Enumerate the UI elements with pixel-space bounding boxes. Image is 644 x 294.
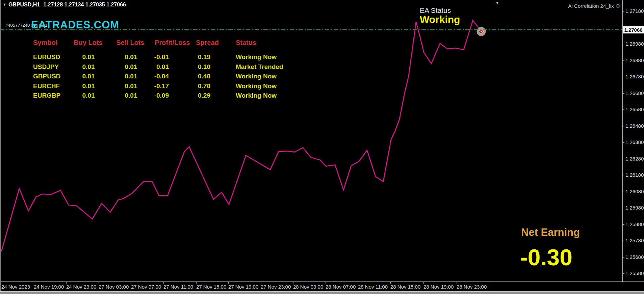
price-axis[interactable]: 1.271801.270801.269801.268801.267801.266… <box>623 0 644 281</box>
cell-3: -0.01 <box>145 53 169 61</box>
time-tick-mark <box>423 282 424 284</box>
cell-0: USDJPY <box>33 63 63 71</box>
time-tick-label: 28 Nov 07:00 <box>326 284 356 290</box>
time-tick-mark <box>66 282 67 284</box>
price-tick-mark <box>622 273 624 274</box>
price-tick-label: 1.25780 <box>625 238 644 243</box>
time-tick-label: 28 Nov 19:00 <box>423 284 454 290</box>
price-tick-label: 1.26480 <box>625 123 644 129</box>
price-tick-label: 1.26680 <box>625 90 644 96</box>
cell-1: 0.01 <box>74 82 103 90</box>
cell-2: 0.01 <box>116 63 146 71</box>
brand-watermark: EATRADES.COM <box>31 19 119 31</box>
time-tick-label: 24 Nov 2023 <box>1 284 30 290</box>
cell-3: -0.04 <box>145 73 169 80</box>
price-tick-label: 1.26880 <box>625 57 644 63</box>
chart-symbol-period: GBPUSD,H1 <box>8 2 40 7</box>
time-tick-label: 27 Nov 15:00 <box>196 284 226 290</box>
cell-3: 0.01 <box>145 63 169 71</box>
cell-1: 0.01 <box>74 92 103 99</box>
time-tick-mark <box>390 282 391 284</box>
price-tick-label: 1.26280 <box>625 156 644 162</box>
price-tick-label: 1.25680 <box>625 254 644 260</box>
ea-status-value: Working <box>420 14 460 25</box>
price-tick-label: 1.26580 <box>625 106 644 112</box>
time-tick-mark <box>99 282 99 284</box>
net-earning-label: Net Earning <box>521 226 580 239</box>
time-tick-label: 28 Nov 15:00 <box>390 284 420 290</box>
time-tick-mark <box>131 282 131 284</box>
time-tick-label: 28 Nov 03:00 <box>293 284 323 290</box>
cell-3: -0.09 <box>145 92 169 99</box>
time-tick-label: 24 Nov 19:00 <box>34 284 64 290</box>
price-tick-mark <box>622 93 624 94</box>
price-tick-label: 1.25880 <box>625 221 644 227</box>
chart-shift-icon[interactable]: ▼ <box>495 0 499 5</box>
price-tick-mark <box>622 257 624 258</box>
cell-2: 0.01 <box>116 82 146 90</box>
window-left-border <box>0 0 1 291</box>
time-tick-label: 27 Nov 23:00 <box>261 284 291 290</box>
price-tick-mark <box>622 241 624 241</box>
cell-3: -0.17 <box>145 82 169 90</box>
time-tick-mark <box>34 282 34 284</box>
price-tick-mark <box>622 77 624 77</box>
cell-0: GBPUSD <box>33 73 63 80</box>
header-cell-3: Profit/Loss <box>155 39 190 47</box>
price-tick-mark <box>622 44 624 44</box>
header-cell-4: Spread <box>196 39 219 47</box>
time-tick-label: 24 Nov 23:00 <box>66 284 96 290</box>
time-tick-label: 27 Nov 11:00 <box>163 284 193 290</box>
header-cell-2: Sell Lots <box>116 39 144 47</box>
cell-4: 0.19 <box>187 53 210 61</box>
price-tick-mark <box>622 11 624 11</box>
time-tick-label: 28 Nov 23:00 <box>457 284 487 290</box>
cell-2: 0.01 <box>116 92 146 99</box>
price-tick-mark <box>622 126 624 126</box>
cell-2: 0.01 <box>116 53 146 61</box>
price-tick-mark <box>622 142 624 143</box>
price-tick-label: 1.26180 <box>625 172 644 178</box>
time-tick-mark <box>457 282 457 284</box>
cell-0: EURUSD <box>33 53 63 61</box>
time-tick-mark <box>163 282 164 284</box>
price-tick-mark <box>622 208 624 208</box>
ea-status-label: EA Status <box>420 6 451 15</box>
price-tick-label: 1.26780 <box>625 74 644 79</box>
time-tick-mark <box>293 282 293 284</box>
cell-5: Market Trended <box>236 63 310 71</box>
price-tick-label: 1.25580 <box>625 270 644 276</box>
cell-1: 0.01 <box>74 63 103 71</box>
time-tick-label: 27 Nov 19:00 <box>228 284 258 290</box>
header-cell-5: Status <box>236 39 256 47</box>
time-tick-label: 28 Nov 11:00 <box>358 284 388 290</box>
time-axis[interactable]: 24 Nov 202324 Nov 19:0024 Nov 23:0027 No… <box>0 282 644 291</box>
header-cell-1: Buy Lots <box>74 39 103 47</box>
cell-4: 0.70 <box>187 82 210 90</box>
cell-5: Working Now <box>236 92 310 99</box>
price-tick-mark <box>622 60 624 61</box>
time-tick-label: 27 Nov 03:00 <box>99 284 129 290</box>
price-tick-label: 1.27180 <box>625 8 644 14</box>
chart-ohlc-values: 1.27128 1.27134 1.27035 1.27066 <box>43 2 126 7</box>
price-tick-label: 1.26080 <box>625 189 644 194</box>
mt4-chart-window: ▼GBPUSD,H11.27128 1.27134 1.27035 1.2706… <box>0 0 644 294</box>
time-tick-mark <box>228 282 229 284</box>
title-bar[interactable]: ▼GBPUSD,H11.27128 1.27134 1.27035 1.2706… <box>3 2 126 8</box>
time-tick-label: 27 Nov 07:00 <box>131 284 161 290</box>
cell-0: EURGBP <box>33 92 63 99</box>
price-tick-label: 1.26980 <box>625 41 644 47</box>
indicator-label: Ai Correlation 24_fix☺ <box>568 3 621 9</box>
time-tick-mark <box>261 282 261 284</box>
cell-2: 0.01 <box>116 73 146 80</box>
cell-1: 0.01 <box>74 73 103 80</box>
price-tick-mark <box>622 192 624 192</box>
net-earning-value: -0.30 <box>520 244 572 270</box>
cell-5: Working Now <box>236 73 310 80</box>
cell-4: 0.40 <box>187 73 210 80</box>
cell-4: 0.29 <box>187 92 210 99</box>
symbol-dropdown-icon[interactable]: ▼ <box>3 2 6 6</box>
cell-4: 0.10 <box>187 63 210 71</box>
cell-5: Working Now <box>236 53 310 61</box>
price-tick-label: 1.26380 <box>625 139 644 145</box>
